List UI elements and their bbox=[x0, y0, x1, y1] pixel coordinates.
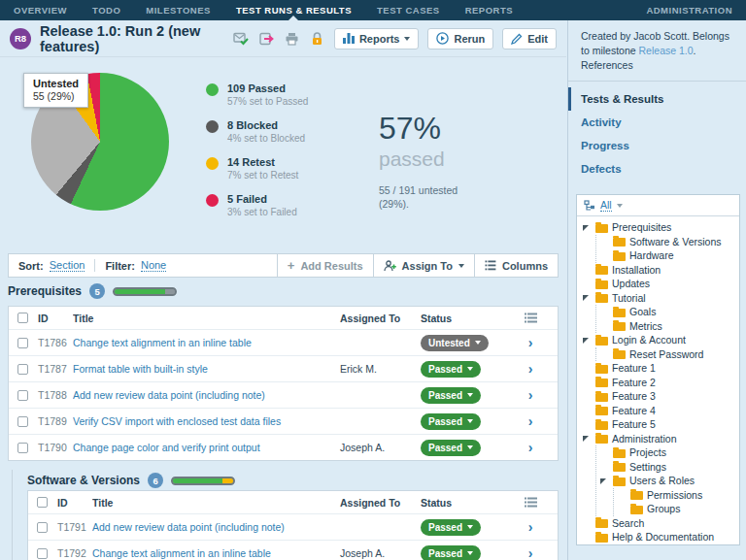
nav-tab-test-runs-results[interactable]: TEST RUNS & RESULTS bbox=[236, 0, 352, 20]
sidebar-link-activity[interactable]: Activity bbox=[568, 111, 746, 134]
tree-item-feature-2[interactable]: Feature 2 bbox=[583, 376, 737, 390]
header-config-cell bbox=[503, 497, 558, 508]
row-checkbox[interactable] bbox=[17, 364, 28, 375]
expand-toggle-icon[interactable] bbox=[583, 336, 592, 345]
row-checkbox[interactable] bbox=[37, 548, 48, 559]
tree-item-permissions[interactable]: Permissions bbox=[618, 488, 737, 503]
status-badge-untested[interactable]: Untested bbox=[421, 335, 489, 351]
nav-tab-test-cases[interactable]: TEST CASES bbox=[377, 0, 440, 20]
row-checkbox-cell bbox=[9, 390, 38, 401]
pie-tooltip: Untested 55 (29%) bbox=[23, 73, 88, 108]
sort-value-link[interactable]: Section bbox=[50, 259, 85, 272]
tree-item-tutorial[interactable]: Tutorial bbox=[583, 291, 737, 306]
tree-item-groups[interactable]: Groups bbox=[618, 502, 737, 516]
tree-item-hardware[interactable]: Hardware bbox=[600, 248, 737, 263]
section-header-prerequisites: Prerequisites 5 bbox=[8, 283, 177, 299]
tree-item-feature-1[interactable]: Feature 1 bbox=[583, 361, 737, 376]
tree-item-label: Reset Password bbox=[629, 348, 703, 360]
nav-tab-todo[interactable]: TODO bbox=[92, 0, 120, 20]
tree-item-feature-3[interactable]: Feature 3 bbox=[583, 389, 737, 404]
reports-button[interactable]: Reports bbox=[334, 28, 420, 49]
row-open-chevron[interactable]: › bbox=[528, 336, 533, 349]
row-checkbox[interactable] bbox=[17, 338, 28, 348]
tree-item-goals[interactable]: Goals bbox=[600, 305, 737, 319]
tree-filter-all[interactable]: All bbox=[600, 199, 612, 212]
status-cell: Passed bbox=[421, 387, 503, 404]
status-badge-passed[interactable]: Passed bbox=[421, 361, 481, 378]
tree-item-help-documentation[interactable]: Help & Documentation bbox=[583, 530, 737, 544]
nav-tab-reports[interactable]: REPORTS bbox=[465, 0, 513, 20]
assigned-to: Joseph A. bbox=[340, 547, 421, 559]
row-open-chevron[interactable]: › bbox=[528, 414, 533, 428]
export-icon[interactable] bbox=[258, 31, 275, 47]
status-badge-passed[interactable]: Passed bbox=[421, 440, 481, 456]
lock-icon[interactable] bbox=[309, 31, 325, 47]
tree-spacer bbox=[583, 364, 592, 373]
sidebar-link-tests-results[interactable]: Tests & Results bbox=[568, 87, 746, 111]
tree-spacer bbox=[618, 490, 627, 499]
expand-toggle-icon[interactable] bbox=[583, 223, 592, 232]
tree-item-prerequisites[interactable]: Prerequisites bbox=[583, 220, 737, 235]
select-all-checkbox[interactable] bbox=[37, 497, 48, 508]
add-results-button[interactable]: + Add Results bbox=[277, 254, 373, 277]
tree-item-installation[interactable]: Installation bbox=[583, 263, 737, 278]
chevron-down-icon bbox=[458, 264, 464, 268]
milestone-link[interactable]: Release 1.0 bbox=[639, 45, 694, 56]
test-title-link[interactable]: Change text alignment in an inline table bbox=[92, 547, 340, 559]
test-title-link[interactable]: Add new review data point (including not… bbox=[73, 389, 340, 401]
expand-toggle-icon[interactable] bbox=[583, 434, 592, 443]
row-checkbox[interactable] bbox=[17, 390, 28, 401]
tree-spacer bbox=[583, 378, 592, 386]
select-all-checkbox[interactable] bbox=[17, 313, 28, 323]
nav-tab-overview[interactable]: OVERVIEW bbox=[14, 0, 67, 20]
tree-item-administration[interactable]: Administration bbox=[583, 432, 737, 446]
tree-item-feature-5[interactable]: Feature 5 bbox=[583, 417, 737, 432]
tree-item-projects[interactable]: Projects bbox=[600, 445, 737, 460]
status-badge-passed[interactable]: Passed bbox=[421, 545, 481, 560]
row-open-chevron[interactable]: › bbox=[528, 546, 533, 560]
test-title-link[interactable]: Verify CSV import with enclosed test dat… bbox=[73, 415, 340, 427]
nav-tab-administration[interactable]: ADMINISTRATION bbox=[646, 0, 732, 20]
status-badge-passed[interactable]: Passed bbox=[421, 413, 481, 430]
row-open-chevron[interactable]: › bbox=[528, 362, 533, 376]
nav-tab-milestones[interactable]: MILESTONES bbox=[146, 0, 211, 20]
row-checkbox[interactable] bbox=[37, 522, 48, 533]
test-title-link[interactable]: Format table with built-in style bbox=[73, 363, 340, 375]
print-icon[interactable] bbox=[284, 31, 300, 47]
tree-item-settings[interactable]: Settings bbox=[600, 460, 737, 475]
tree-item-metrics[interactable]: Metrics bbox=[600, 319, 737, 334]
edit-button[interactable]: Edit bbox=[502, 28, 557, 49]
test-title-link[interactable]: Change text alignment in an inline table bbox=[73, 337, 340, 348]
tree-item-reset-password[interactable]: Reset Password bbox=[600, 347, 737, 362]
tree-item-feature-4[interactable]: Feature 4 bbox=[583, 404, 737, 418]
expand-toggle-icon[interactable] bbox=[583, 293, 592, 302]
email-notify-icon[interactable] bbox=[233, 31, 250, 47]
test-title-link[interactable]: Add new review data point (including not… bbox=[92, 521, 340, 533]
run-badge: R8 bbox=[10, 28, 31, 49]
tree-item-search[interactable]: Search bbox=[583, 516, 737, 531]
expand-toggle-icon[interactable] bbox=[600, 477, 609, 485]
column-config-icon[interactable] bbox=[525, 497, 537, 508]
tree-item-login-account[interactable]: Login & Account bbox=[583, 333, 737, 347]
legend-item-14-retest: 14 Retest7% set to Retest bbox=[206, 156, 308, 181]
tree-item-users-roles[interactable]: Users & Roles bbox=[600, 474, 737, 488]
row-open-chevron[interactable]: › bbox=[528, 441, 533, 454]
assign-to-button[interactable]: Assign To bbox=[373, 254, 474, 277]
test-title-link[interactable]: Change page color and verify print outpu… bbox=[73, 442, 340, 453]
row-checkbox[interactable] bbox=[17, 443, 28, 453]
tree-item-updates[interactable]: Updates bbox=[583, 277, 737, 291]
row-open-chevron[interactable]: › bbox=[528, 520, 533, 534]
row-checkbox[interactable] bbox=[17, 416, 28, 427]
tree-item-software-versions[interactable]: Software & Versions bbox=[600, 235, 737, 249]
column-config-icon[interactable] bbox=[525, 313, 537, 323]
columns-button[interactable]: Columns bbox=[474, 254, 558, 277]
status-badge-passed[interactable]: Passed bbox=[421, 519, 481, 536]
rerun-button[interactable]: Rerun bbox=[427, 28, 493, 49]
row-open-chevron[interactable]: › bbox=[528, 388, 533, 402]
status-badge-passed[interactable]: Passed bbox=[421, 387, 481, 404]
legend-title: 5 Failed bbox=[227, 193, 297, 205]
sidebar-link-defects[interactable]: Defects bbox=[568, 157, 746, 181]
filter-value-link[interactable]: None bbox=[141, 259, 166, 272]
sidebar-link-progress[interactable]: Progress bbox=[568, 134, 746, 157]
section-indent-guide bbox=[12, 470, 13, 560]
